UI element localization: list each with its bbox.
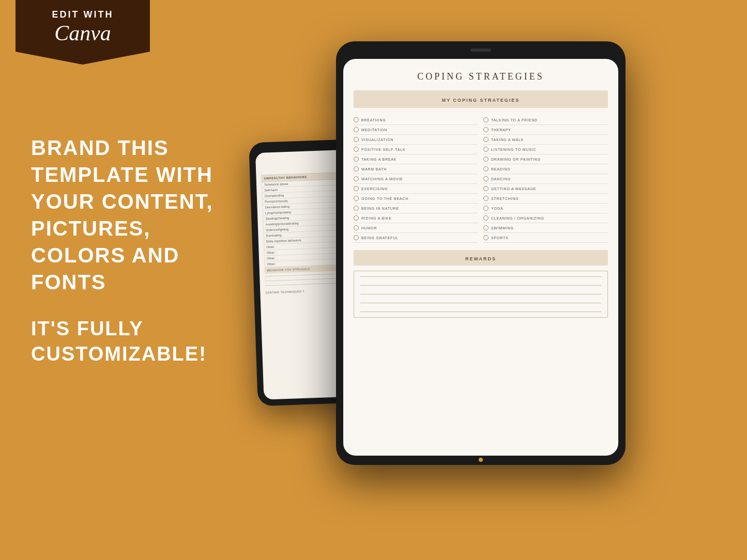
coping-item-label: MEDITATION [361, 128, 387, 132]
sub-tagline: IT'S FULLY CUSTOMIZABLE! [31, 316, 248, 367]
coping-item-label: SPORTS [491, 236, 508, 240]
coping-circle [354, 137, 359, 142]
rewards-line [360, 294, 601, 294]
coping-item: POSITIVE SELF-TALK [354, 145, 478, 154]
coping-item-label: LISTENING TO MUSIC [491, 148, 536, 151]
coping-circle [354, 176, 359, 181]
coping-circle [354, 166, 359, 172]
coping-item: TALKING TO A FRIEND [483, 115, 608, 125]
rewards-box: REWARDS [354, 250, 608, 266]
coping-item-label: WARM BATH [361, 167, 387, 171]
coping-item: CLEANING / ORGANIZING [483, 213, 608, 223]
canva-banner: EDIT WITH Canva [16, 0, 150, 65]
coping-item: BEING IN NATURE [354, 204, 478, 213]
coping-circle [354, 186, 359, 191]
coping-item: VISUALIZATION [354, 135, 478, 145]
coping-item-label: TAKING A WALK [491, 138, 524, 142]
coping-item-label: BEING IN NATURE [361, 207, 399, 210]
coping-item-label: HUMOR [361, 226, 377, 230]
coping-item: TAKING A WALK [483, 135, 608, 145]
rewards-line [360, 276, 601, 277]
rewards-line [360, 303, 601, 303]
coping-circle [483, 196, 489, 201]
coping-item-label: STRETCHING [491, 197, 519, 200]
coping-circle [354, 215, 359, 221]
coping-item-label: BEING GRATEFUL [361, 236, 399, 240]
coping-item: TAKING A BREAK [354, 154, 478, 164]
coping-item-label: READING [491, 167, 511, 171]
rewards-line [360, 312, 601, 312]
coping-item-label: DANCING [491, 177, 511, 181]
rewards-lines [354, 271, 608, 318]
coping-item-label: POSITIVE SELF-TALK [361, 148, 405, 151]
coping-item: YOGA [483, 204, 608, 213]
right-coping-col: TALKING TO A FRIENDTHERAPYTAKING A WALKL… [483, 115, 608, 243]
coping-item: READING [483, 164, 608, 174]
coping-item: EXERCISING [354, 184, 478, 194]
coping-circle [483, 206, 489, 211]
coping-item-label: VISUALIZATION [361, 138, 393, 142]
coping-item: STRETCHING [483, 194, 608, 204]
coping-circle [483, 166, 489, 172]
coping-circle [483, 225, 489, 230]
coping-item: SWIMMING [483, 223, 608, 233]
coping-circle [483, 157, 489, 162]
canva-badge: EDIT WITH Canva [0, 0, 165, 114]
coping-circle [354, 157, 359, 162]
coping-circle [483, 117, 489, 122]
my-coping-box: MY COPING STRATEGIES [354, 90, 608, 108]
coping-item: THERAPY [483, 125, 608, 135]
coping-circle [354, 196, 359, 201]
coping-item: WATCHING A MOVIE [354, 174, 478, 184]
coping-item: MEDITATION [354, 125, 478, 135]
coping-item-label: GETTING A MASSAGE [491, 187, 536, 191]
coping-circle [354, 127, 359, 132]
edit-with-text: EDIT WITH [31, 9, 134, 20]
coping-circle [483, 176, 489, 181]
canva-text: Canva [31, 22, 134, 44]
left-content: BRAND THIS TEMPLATE WITH YOUR CONTENT, P… [31, 134, 248, 367]
coping-item-label: THERAPY [491, 128, 511, 132]
coping-circle [354, 117, 359, 122]
coping-item: LISTENING TO MUSIC [483, 145, 608, 154]
tablet-front: COPING STRATEGIES MY COPING STRATEGIES B… [336, 41, 626, 465]
coping-item-label: TAKING A BREAK [361, 158, 397, 161]
coping-item-label: TALKING TO A FRIEND [491, 118, 538, 122]
coping-circle [483, 137, 489, 142]
tablet-front-screen: COPING STRATEGIES MY COPING STRATEGIES B… [343, 59, 618, 456]
coping-title: COPING STRATEGIES [354, 71, 608, 82]
coping-item: WARM BATH [354, 164, 478, 174]
coping-circle [483, 235, 489, 240]
coping-circle [354, 235, 359, 240]
coping-circle [354, 147, 359, 152]
coping-item: DANCING [483, 174, 608, 184]
tablet-camera [470, 49, 491, 52]
coping-item: BEING GRATEFUL [354, 233, 478, 243]
coping-item-label: DRAWING OR PAINTING [491, 158, 541, 161]
coping-item-label: RIDING A BIKE [361, 216, 392, 220]
coping-circle [483, 186, 489, 191]
coping-item-label: YOGA [491, 207, 503, 210]
coping-item: BREATHING [354, 115, 478, 125]
coping-columns: BREATHINGMEDITATIONVISUALIZATIONPOSITIVE… [354, 115, 608, 243]
coping-item: GOING TO THE BEACH [354, 194, 478, 204]
coping-item-label: SWIMMING [491, 226, 514, 230]
coping-item: GETTING A MASSAGE [483, 184, 608, 194]
coping-item-label: CLEANING / ORGANIZING [491, 216, 544, 220]
coping-item: RIDING A BIKE [354, 213, 478, 223]
coping-item-label: BREATHING [361, 118, 386, 122]
coping-item-label: WATCHING A MOVIE [361, 177, 403, 181]
tablet-front-home-button [479, 458, 483, 462]
coping-item: SPORTS [483, 233, 608, 243]
coping-item: HUMOR [354, 223, 478, 233]
coping-circle [483, 215, 489, 221]
coping-circle [483, 147, 489, 152]
coping-circle [354, 206, 359, 211]
my-coping-label: MY COPING STRATEGIES [442, 98, 520, 103]
coping-item: DRAWING OR PAINTING [483, 154, 608, 164]
coping-item-label: GOING TO THE BEACH [361, 197, 408, 200]
left-coping-col: BREATHINGMEDITATIONVISUALIZATIONPOSITIVE… [354, 115, 478, 243]
coping-circle [483, 127, 489, 132]
main-tagline: BRAND THIS TEMPLATE WITH YOUR CONTENT, P… [31, 134, 248, 295]
rewards-label: REWARDS [465, 256, 496, 261]
